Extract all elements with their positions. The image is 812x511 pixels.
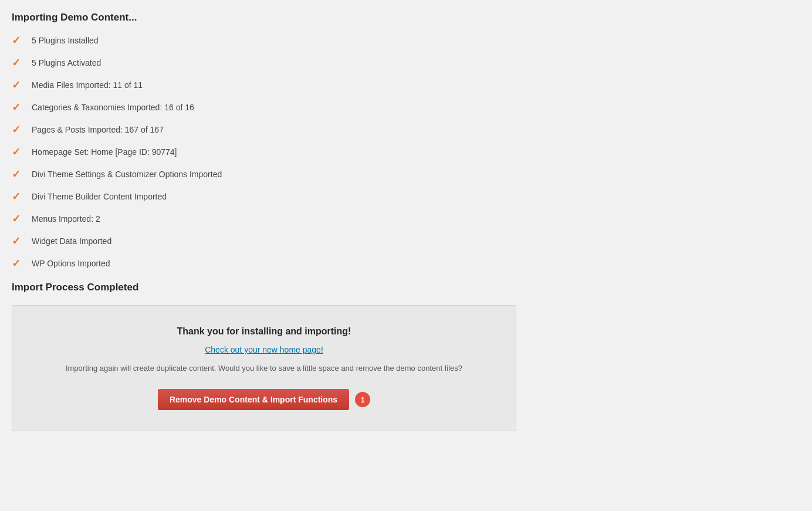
- check-icon: ✓: [12, 79, 23, 92]
- check-icon: ✓: [12, 168, 23, 181]
- check-icon: ✓: [12, 34, 23, 47]
- check-icon: ✓: [12, 235, 23, 248]
- check-icon: ✓: [12, 257, 23, 270]
- checklist-item: ✓5 Plugins Activated: [12, 56, 800, 69]
- checklist-item: ✓Menus Imported: 2: [12, 212, 800, 225]
- checklist-item: ✓Media Files Imported: 11 of 11: [12, 79, 800, 92]
- checklist: ✓5 Plugins Installed✓5 Plugins Activated…: [12, 34, 800, 270]
- checklist-item: ✓Divi Theme Builder Content Imported: [12, 190, 800, 203]
- checklist-item-text: 5 Plugins Installed: [32, 36, 99, 45]
- checklist-item: ✓Homepage Set: Home [Page ID: 90774]: [12, 145, 800, 158]
- checklist-item: ✓Categories & Taxonomies Imported: 16 of…: [12, 101, 800, 114]
- import-completed-label: Import Process Completed: [12, 282, 800, 293]
- completion-box: Thank you for installing and importing! …: [12, 305, 516, 431]
- button-row: Remove Demo Content & Import Functions 1: [30, 389, 498, 410]
- checklist-item-text: Divi Theme Settings & Customizer Options…: [32, 170, 222, 179]
- checklist-item-text: Widget Data Imported: [32, 236, 111, 246]
- completion-note: Importing again will create duplicate co…: [30, 364, 498, 373]
- checklist-item-text: Pages & Posts Imported: 167 of 167: [32, 125, 164, 134]
- checklist-item-text: Divi Theme Builder Content Imported: [32, 192, 167, 201]
- checklist-item: ✓5 Plugins Installed: [12, 34, 800, 47]
- checklist-item-text: 5 Plugins Activated: [32, 58, 101, 67]
- checklist-item-text: Media Files Imported: 11 of 11: [32, 80, 143, 90]
- checklist-item: ✓Divi Theme Settings & Customizer Option…: [12, 168, 800, 181]
- check-icon: ✓: [12, 145, 23, 158]
- check-icon: ✓: [12, 56, 23, 69]
- completion-title: Thank you for installing and importing!: [30, 326, 498, 337]
- remove-demo-content-button[interactable]: Remove Demo Content & Import Functions: [158, 389, 349, 410]
- check-icon: ✓: [12, 101, 23, 114]
- check-icon: ✓: [12, 212, 23, 225]
- checklist-item: ✓Pages & Posts Imported: 167 of 167: [12, 123, 800, 136]
- checklist-item-text: Homepage Set: Home [Page ID: 90774]: [32, 147, 177, 157]
- check-icon: ✓: [12, 190, 23, 203]
- check-icon: ✓: [12, 123, 23, 136]
- checklist-item-text: WP Options Imported: [32, 259, 110, 268]
- checklist-item: ✓Widget Data Imported: [12, 235, 800, 248]
- page-title: Importing Demo Content...: [12, 12, 800, 23]
- checklist-item: ✓WP Options Imported: [12, 257, 800, 270]
- badge-counter: 1: [355, 392, 370, 407]
- checklist-item-text: Menus Imported: 2: [32, 214, 100, 224]
- home-page-link[interactable]: Check out your new home page!: [30, 345, 498, 354]
- checklist-item-text: Categories & Taxonomies Imported: 16 of …: [32, 103, 194, 112]
